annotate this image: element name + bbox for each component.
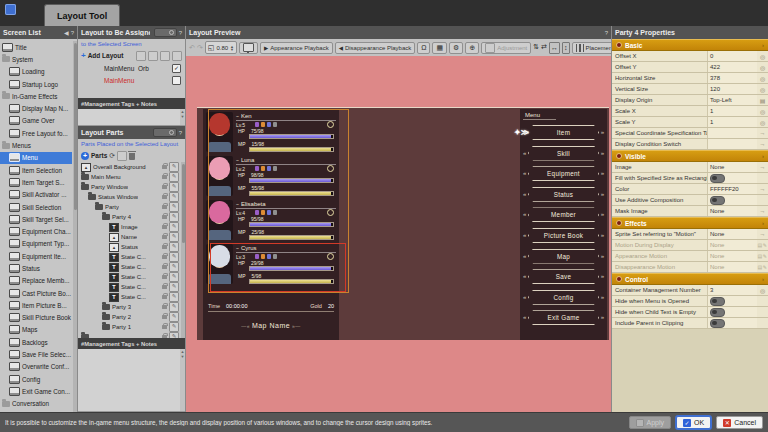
property-row[interactable]: Offset Y 422 [612,62,768,73]
screen-list-item[interactable]: System [0,53,72,65]
property-row[interactable]: Horizontal Size 378 [612,73,768,84]
parts-tree-row[interactable]: State C... [78,272,185,282]
lock-icon[interactable] [162,245,167,249]
property-row[interactable]: Vertical Size 120 [612,84,768,95]
party-window[interactable]: ~ Ken Lv.5 [203,109,339,340]
property-control-icon[interactable] [757,287,768,294]
property-control-icon[interactable] [757,231,768,237]
screen-list-item[interactable]: Backlogs [0,336,72,348]
lock-icon[interactable] [162,215,167,219]
add-parts-button[interactable]: Parts [91,152,107,159]
redo-icon[interactable] [197,43,203,53]
property-row[interactable]: Disappearance Motion None [612,262,768,273]
lock-icon[interactable] [162,295,167,299]
menu-button[interactable]: « Save » [523,269,604,284]
property-value[interactable]: 0 [710,53,713,59]
property-value[interactable]: 422 [710,64,720,70]
cancel-button[interactable]: ✕ Cancel [716,416,763,429]
display-mode-button[interactable] [239,42,258,54]
screen-list-item[interactable]: Overwrite Conf... [0,361,72,373]
property-value[interactable]: Top-Left [710,97,732,103]
edit-icon[interactable] [169,162,179,172]
property-row[interactable]: Scale X 1 [612,106,768,117]
property-value[interactable]: None [710,264,724,270]
edit-icon[interactable] [169,232,179,242]
edit-icon[interactable] [169,242,179,252]
lock-icon[interactable] [162,195,167,199]
lock-icon[interactable] [162,305,167,309]
menu-button[interactable]: « Config » [523,290,604,305]
help-icon[interactable]: ? [179,130,182,136]
menu-button[interactable]: « Skill » [523,146,604,161]
toggle-switch[interactable] [710,174,725,183]
edit-icon[interactable] [169,202,179,212]
edit-icon[interactable] [169,312,179,322]
property-control-icon[interactable] [757,253,768,259]
property-control-icon[interactable] [757,53,768,60]
property-row[interactable]: Offset X 0 [612,51,768,62]
property-value[interactable]: None [710,253,724,259]
screen-list-item[interactable]: Equipment Typ... [0,238,72,250]
property-row[interactable]: Sprite Set referring to "Motion" None [612,229,768,240]
management-tags-header[interactable]: #Management Tags + Notes [78,98,185,109]
layout-row[interactable]: MainMenu_Orb [78,62,185,74]
property-control-icon[interactable] [757,108,768,115]
screen-list-item[interactable]: Startup Logo [0,78,72,90]
zoom-value[interactable]: 0.80 [216,45,228,51]
parts-tree-row[interactable]: State C... [78,282,185,292]
add-layout-button[interactable]: Add Layout [88,52,124,59]
disappearance-playback-button[interactable]: Disappearance Playback [335,42,416,54]
parts-tree-row[interactable]: State C... [78,262,185,272]
screen-list-item[interactable]: Replace Memb... [0,275,72,287]
help-icon[interactable]: ? [605,30,608,36]
property-value[interactable]: 1 [710,108,713,114]
screen-list-item[interactable]: Equipment Cha... [0,225,72,237]
property-row[interactable]: Container Management Number 3 [612,285,768,296]
paste-icon[interactable] [160,51,170,61]
toolbar-icon-button[interactable] [417,42,430,54]
property-control-icon[interactable] [757,141,768,147]
property-control-icon[interactable] [757,186,768,192]
trash-icon[interactable] [129,153,135,160]
parts-tree-scrollbar[interactable] [181,162,185,338]
parts-tree-row[interactable]: Main Menu [78,172,185,182]
preview-canvas[interactable]: ~ Ken Lv.5 [186,56,611,412]
align-icon[interactable] [533,42,539,54]
parts-tree-row[interactable]: Status [78,242,185,252]
delete-icon[interactable] [172,51,182,61]
apply-button[interactable]: Apply [629,416,672,429]
toolbar-icon-button[interactable] [449,42,463,54]
screen-list-item[interactable]: Menu [0,152,72,164]
toolbar-icon-button[interactable] [432,42,447,54]
property-control-icon[interactable] [757,164,768,170]
parts-tree-row[interactable] [78,332,185,338]
screen-list-item[interactable]: Title [0,41,72,53]
property-control-icon[interactable] [757,264,768,270]
export-icon[interactable] [117,151,127,161]
screen-list-item[interactable]: Item Selection [0,164,72,176]
edit-icon[interactable] [169,272,179,282]
screen-list-item[interactable]: Cast Picture Bo... [0,287,72,299]
property-value[interactable]: None [710,231,724,237]
edit-icon[interactable] [169,302,179,312]
menu-button[interactable]: « Member » [523,207,604,222]
section-header[interactable]: Control › [612,273,768,285]
property-row[interactable]: Use Additive Composition [612,195,768,206]
parts-tree-row[interactable]: Party Window [78,182,185,192]
edit-icon[interactable] [169,212,179,222]
property-control-icon[interactable] [757,75,768,82]
duplicate-icon[interactable] [148,51,158,61]
party-member-card[interactable]: ~ Cyrus Lv.3 [203,243,339,287]
property-row[interactable]: Display Condition Switch [612,139,768,150]
screen-list-item[interactable]: In-Game Effects [0,90,72,102]
property-row[interactable]: Display Origin Top-Left [612,95,768,106]
edit-icon[interactable] [169,282,179,292]
property-row[interactable]: Fill with Specified Size as Rectangle [612,173,768,184]
property-row[interactable]: Mask Image None [612,206,768,217]
menu-button[interactable]: « Picture Book » [523,228,604,243]
property-value[interactable]: FFFFFF20 [710,186,739,192]
toggle-switch[interactable] [710,196,725,205]
menu-button[interactable]: « Map » [523,249,604,264]
zoom-field[interactable]: 0.80 ▲▼ [205,41,237,54]
lock-icon[interactable] [162,205,167,209]
